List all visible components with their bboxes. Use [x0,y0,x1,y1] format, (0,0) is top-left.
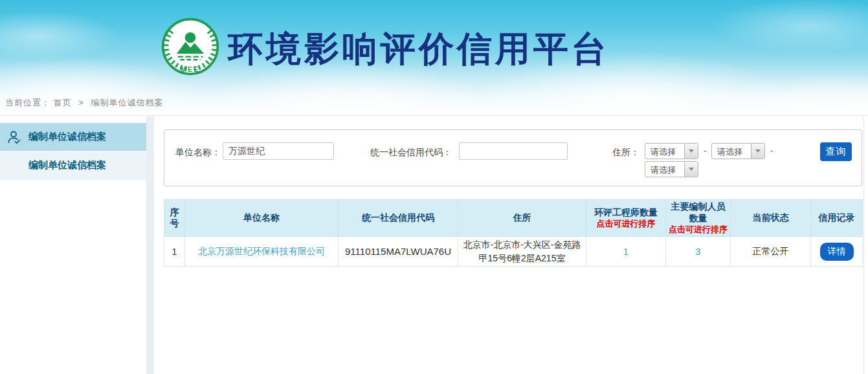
results-table: 序号 单位名称 统一社会信用代码 住所 环评工程师数量 点击可进行排序 主要编制… [164,199,863,267]
address-city-select[interactable]: 请选择 [711,143,765,159]
engineer-count-link[interactable]: 1 [623,247,629,257]
header-credit-code: 统一社会信用代码 [339,200,458,237]
header-editor-count-label: 主要编制人员数量 [671,201,726,223]
header-engineer-count[interactable]: 环评工程师数量 点击可进行排序 [586,200,666,237]
address-province-value: 请选择 [645,144,684,159]
company-name-label: 单位名称： [175,147,221,159]
sidebar-section-label: 编制单位诚信档案 [28,131,106,143]
status-cell: 正常公开 [731,237,811,267]
breadcrumb-current: 编制单位诚信档案 [91,98,163,107]
header-address: 住所 [458,200,586,237]
credit-code-input[interactable] [459,142,568,160]
logo-text: MEE [181,66,200,73]
header-seq: 序号 [164,200,185,237]
chevron-down-icon[interactable] [684,162,698,177]
company-link[interactable]: 北京万源世纪环保科技有限公司 [198,246,325,256]
page-title: 环境影响评价信用平台 [228,26,610,73]
address-district-select[interactable]: 请选择 [645,161,698,177]
breadcrumb-separator: > [78,98,84,107]
site-header: MEE 环境影响评价信用平台 当前位置： 首页 > 编制单位诚信档案 [0,0,868,116]
sidebar-divider [146,116,154,374]
engineer-sort-hint[interactable]: 点击可进行排序 [588,219,664,229]
breadcrumb-label: 当前位置： [5,98,50,107]
header-company: 单位名称 [185,200,339,237]
address-separator-1: - [704,146,707,156]
user-check-icon [6,129,22,145]
address-separator-2: - [770,146,773,156]
table-row: 1 北京万源世纪环保科技有限公司 91110115MA7LWUA76U 北京市-… [164,237,863,267]
editor-sort-hint[interactable]: 点击可进行排序 [667,225,729,235]
content-right-edge [863,116,864,374]
seq-cell: 1 [164,237,185,267]
detail-button[interactable]: 详情 [820,243,854,261]
credit-code-label: 统一社会信用代码： [370,147,452,159]
editor-count-link[interactable]: 3 [696,247,701,257]
chevron-down-icon[interactable] [684,144,698,159]
address-cell: 北京市-北京市-大兴区-金苑路甲15号6幢2层A215室 [458,237,586,267]
search-panel: 单位名称： 统一社会信用代码： 住所： 请选择 - 请选择 - 请选择 查询 [164,129,862,186]
company-name-input[interactable] [223,142,334,160]
sidebar-item-archive[interactable]: 编制单位诚信档案 [0,151,146,180]
table-header-row: 序号 单位名称 统一社会信用代码 住所 环评工程师数量 点击可进行排序 主要编制… [164,200,863,237]
header-credit-record: 信用记录 [811,200,863,237]
credit-code-cell: 91110115MA7LWUA76U [339,237,458,267]
address-city-value: 请选择 [712,144,751,159]
mee-logo-icon: MEE [161,17,220,76]
chevron-down-icon[interactable] [751,144,764,159]
address-province-select[interactable]: 请选择 [645,143,698,159]
address-district-value: 请选择 [645,162,684,177]
sidebar-item-label: 编制单位诚信档案 [28,159,106,171]
breadcrumb-home-link[interactable]: 首页 [54,98,72,107]
sidebar-section-header[interactable]: 编制单位诚信档案 [0,123,146,151]
breadcrumb: 当前位置： 首页 > 编制单位诚信档案 [5,97,163,109]
address-label: 住所： [612,147,640,159]
query-button[interactable]: 查询 [820,142,852,161]
header-status: 当前状态 [731,200,811,237]
header-editor-count[interactable]: 主要编制人员数量 点击可进行排序 [666,200,731,237]
header-engineer-count-label: 环评工程师数量 [594,207,658,217]
